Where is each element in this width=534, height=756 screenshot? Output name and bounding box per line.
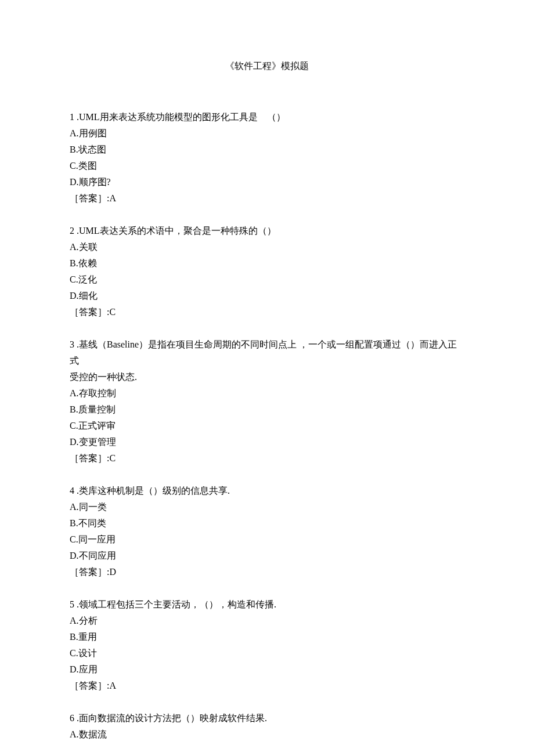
option-d: D.变更管理 <box>70 434 464 450</box>
option-b: B.质量控制 <box>70 401 464 418</box>
option-a: A.关联 <box>70 239 464 255</box>
answer-line: ［答案］:C <box>70 304 464 320</box>
question-block: 1 .UML用来表达系统功能模型的图形化工具是 （） A.用例图 B.状态图 C… <box>70 109 464 207</box>
option-b: B.不同类 <box>70 515 464 531</box>
answer-line: ［答案］:A <box>70 678 464 694</box>
answer-line: ［答案］:D <box>70 564 464 580</box>
question-block: 3 .基线（Baseline）是指在项目生命周期的不同时间点上 ，一个或一组配置… <box>70 337 464 466</box>
option-a: A.数据流 <box>70 726 464 743</box>
option-c: C.正式评审 <box>70 418 464 434</box>
page-title: 《软件工程》模拟题 <box>70 58 464 74</box>
question-block: 5 .领域工程包括三个主要活动，（），构造和传播. A.分析 B.重用 C.设计… <box>70 596 464 694</box>
option-b: B.状态图 <box>70 142 464 158</box>
question-stem: 1 .UML用来表达系统功能模型的图形化工具是 （） <box>70 109 464 125</box>
option-b: B.依赖 <box>70 255 464 272</box>
option-a: A.同一类 <box>70 499 464 515</box>
question-stem: 3 .基线（Baseline）是指在项目生命周期的不同时间点上 ，一个或一组配置… <box>70 337 464 369</box>
page: 《软件工程》模拟题 1 .UML用来表达系统功能模型的图形化工具是 （） A.用… <box>0 0 534 756</box>
option-d: D.顺序图? <box>70 174 464 190</box>
option-c: C.设计 <box>70 645 464 661</box>
option-d: D.不同应用 <box>70 548 464 564</box>
option-a: A.用例图 <box>70 125 464 142</box>
question-block: 2 .UML表达关系的术语中，聚合是一种特殊的（） A.关联 B.依赖 C.泛化… <box>70 223 464 320</box>
option-d: D.应用 <box>70 661 464 678</box>
option-a: A.分析 <box>70 613 464 629</box>
question-stem: 6 .面向数据流的设计方法把（）映射成软件结果. <box>70 710 464 726</box>
option-c: C.类图 <box>70 158 464 174</box>
option-d: D.细化 <box>70 288 464 304</box>
question-stem: 2 .UML表达关系的术语中，聚合是一种特殊的（） <box>70 223 464 239</box>
question-block: 6 .面向数据流的设计方法把（）映射成软件结果. A.数据流 <box>70 710 464 743</box>
answer-line: ［答案］:A <box>70 190 464 207</box>
option-a: A.存取控制 <box>70 385 464 401</box>
answer-line: ［答案］:C <box>70 450 464 466</box>
option-c: C.同一应用 <box>70 531 464 548</box>
option-c: C.泛化 <box>70 272 464 288</box>
question-stem: 4 .类库这种机制是（）级别的信息共享. <box>70 483 464 499</box>
question-stem-cont: 受控的一种状态. <box>70 369 464 385</box>
question-block: 4 .类库这种机制是（）级别的信息共享. A.同一类 B.不同类 C.同一应用 … <box>70 483 464 580</box>
question-stem: 5 .领域工程包括三个主要活动，（），构造和传播. <box>70 596 464 613</box>
option-b: B.重用 <box>70 629 464 645</box>
